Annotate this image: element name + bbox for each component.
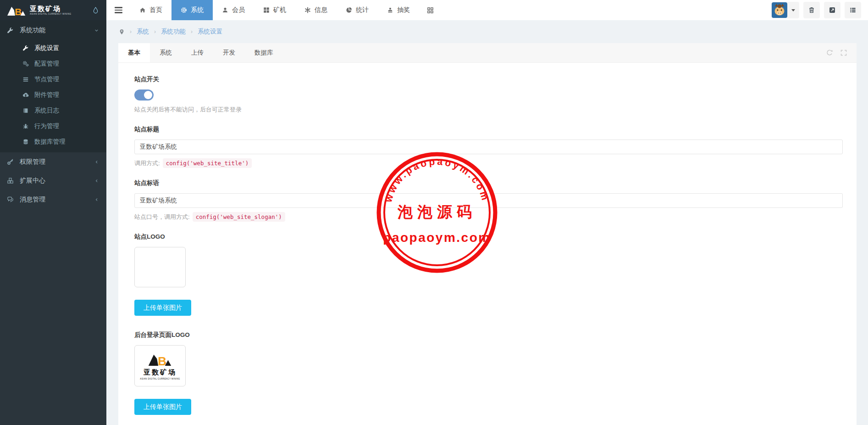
nav-item-label: 首页 [149, 6, 162, 14]
comments-icon [7, 196, 15, 203]
lottery-stamp-icon [387, 7, 393, 13]
site-slogan-label: 站点标语 [134, 179, 843, 187]
sidebar-item-label: 系统设置 [34, 44, 59, 52]
nav-item-members[interactable]: 会员 [213, 0, 254, 20]
cubes-icon [7, 177, 15, 184]
breadcrumb-link-system[interactable]: 系统 [137, 28, 149, 36]
sidebar-item-permission-management[interactable]: 权限管理 [0, 152, 106, 171]
list-bars-icon [22, 76, 29, 83]
site-logo-preview [134, 247, 186, 287]
asterisk-icon [304, 7, 311, 13]
cloud-upload-icon [22, 92, 29, 98]
main-nav: 首页 系统 会员 矿机 信息 [130, 0, 419, 20]
breadcrumb-separator: › [154, 28, 156, 35]
navbar-right [771, 0, 868, 20]
nav-item-label: 信息 [315, 6, 327, 14]
toggle-knob [144, 91, 152, 99]
list-icon [849, 6, 857, 14]
sidebar-item-attachment-management[interactable]: 附件管理 [0, 87, 106, 103]
bug-icon [22, 123, 29, 129]
nav-item-label: 统计 [356, 6, 369, 14]
admin-login-logo-image: B [146, 352, 174, 367]
sidebar-item-label: 扩展中心 [20, 177, 45, 185]
cogs-icon [22, 61, 29, 67]
sidebar-item-config-management[interactable]: 配置管理 [0, 56, 106, 72]
hamburger-icon[interactable] [106, 0, 130, 20]
site-switch-label: 站点开关 [134, 75, 843, 84]
refresh-icon[interactable] [826, 49, 833, 56]
sidebar-item-system-settings[interactable]: 系统设置 [0, 40, 106, 56]
site-switch-toggle[interactable] [134, 89, 154, 101]
home-icon [139, 7, 146, 13]
tab-upload[interactable]: 上传 [182, 43, 213, 62]
chevron-down-icon [94, 28, 100, 34]
upload-site-logo-button[interactable]: 上传单张图片 [134, 300, 191, 316]
sidebar-item-extension-center[interactable]: 扩展中心 [0, 171, 106, 190]
admin-login-logo-preview: B 亚数矿场 ASIAN DIGITAL CURRENCY MINING [134, 345, 186, 386]
nav-item-miners[interactable]: 矿机 [254, 0, 295, 20]
th-large-icon [263, 7, 270, 13]
avatar [772, 2, 787, 18]
logo-text-cn: 亚数矿场 [144, 368, 177, 377]
sidebar-item-label: 行为管理 [34, 122, 59, 130]
config-code: config('web_site_slogan') [193, 212, 285, 222]
nav-item-label: 抽奖 [397, 6, 410, 14]
nav-item-system[interactable]: 系统 [171, 0, 213, 20]
sidebar-item-label: 系统日志 [34, 106, 59, 115]
site-slogan-help: 站点口号，调用方式:config('web_site_slogan') [134, 213, 843, 221]
admin-login-logo-label: 后台登录页面LOGO [134, 331, 843, 339]
config-code: config('web_site_title') [163, 158, 252, 168]
content-area: › 系统 › 系统功能 › 系统设置 基本 系统 上传 开发 数据库 站点开关 [106, 20, 868, 425]
sidebar-item-label: 节点管理 [34, 75, 59, 84]
breadcrumb-link-system-functions[interactable]: 系统功能 [161, 28, 186, 36]
user-icon [222, 7, 228, 13]
sidebar-item-database-management[interactable]: 数据库管理 [0, 134, 106, 150]
admin-settings-page: { "brand": { "title": "亚数矿场", "subtitle"… [0, 0, 868, 425]
sidebar-item-system-logs[interactable]: 系统日志 [0, 103, 106, 118]
svg-text:B: B [158, 354, 166, 367]
external-link-button[interactable] [824, 2, 840, 18]
apps-grid-icon[interactable] [419, 0, 442, 20]
water-drop-icon [92, 6, 99, 14]
nav-item-info[interactable]: 信息 [295, 0, 337, 20]
nav-item-lottery[interactable]: 抽奖 [378, 0, 419, 20]
map-marker-icon [119, 28, 125, 35]
wrench-icon [7, 27, 15, 34]
sidebar-item-node-management[interactable]: 节点管理 [0, 72, 106, 87]
sidebar-item-message-management[interactable]: 消息管理 [0, 190, 106, 209]
help-prefix: 调用方式: [134, 160, 160, 167]
sidebar-item-label: 附件管理 [34, 91, 59, 99]
top-navbar: 首页 系统 会员 矿机 信息 [106, 0, 868, 20]
book-icon [22, 107, 29, 114]
sidebar-menu: 系统功能 系统设置 配置管理 节点管 [0, 20, 106, 209]
list-button[interactable] [845, 2, 861, 18]
expand-icon[interactable] [840, 49, 847, 56]
site-logo-label: 站点LOGO [134, 233, 843, 241]
brand-title: 亚数矿场 [30, 5, 71, 12]
tab-develop[interactable]: 开发 [213, 43, 245, 62]
brand[interactable]: B 亚数矿场 ASIAN DIGITAL CURRENCY MINING [0, 0, 106, 20]
nav-item-statistics[interactable]: 统计 [337, 0, 378, 20]
brand-logo-icon: B [7, 4, 26, 17]
tab-basic[interactable]: 基本 [118, 43, 150, 62]
settings-tabs: 基本 系统 上传 开发 数据库 [118, 43, 857, 63]
tab-system[interactable]: 系统 [150, 43, 182, 62]
tab-database[interactable]: 数据库 [245, 43, 283, 62]
chevron-left-icon [94, 197, 100, 202]
sidebar-item-system-functions[interactable]: 系统功能 [0, 20, 106, 40]
nav-item-label: 矿机 [273, 6, 286, 14]
site-title-input[interactable] [134, 140, 843, 154]
sidebar-item-behavior-management[interactable]: 行为管理 [0, 118, 106, 134]
sidebar-item-label: 配置管理 [34, 60, 59, 68]
gear-icon [181, 7, 187, 13]
upload-admin-logo-button[interactable]: 上传单张图片 [134, 399, 191, 415]
trash-icon [808, 6, 815, 14]
sidebar-item-label: 数据库管理 [34, 138, 66, 146]
trash-button[interactable] [803, 2, 820, 18]
user-menu-button[interactable] [771, 2, 799, 18]
nav-item-home[interactable]: 首页 [130, 0, 171, 20]
site-slogan-input[interactable] [134, 193, 843, 208]
breadcrumb-link-system-settings[interactable]: 系统设置 [198, 28, 222, 36]
settings-form: 站点开关 站点关闭后将不能访问，后台可正常登录 站点标题 调用方式:config… [118, 63, 857, 425]
database-icon [22, 139, 29, 145]
